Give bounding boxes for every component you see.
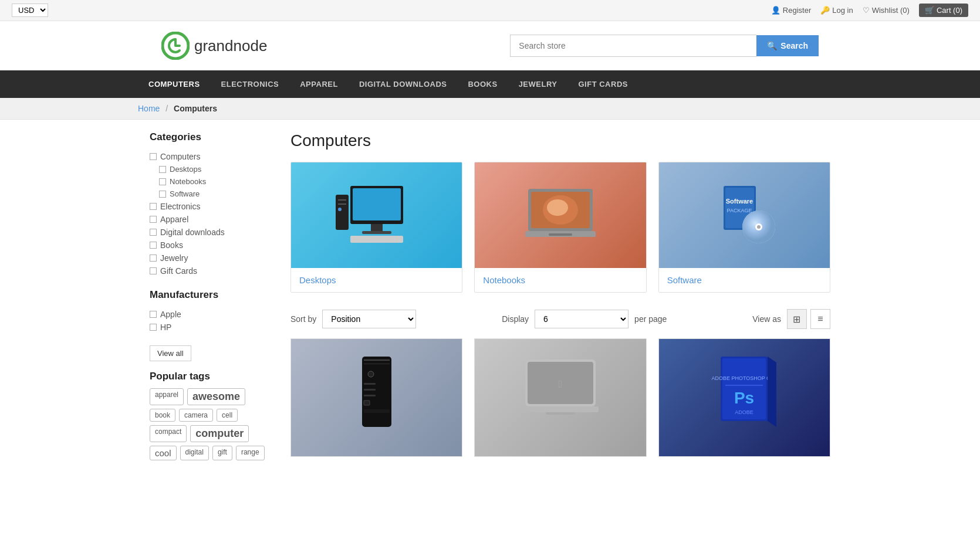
svg-rect-6 [338, 199, 346, 201]
search-bar: 🔍 Search [510, 35, 819, 57]
display-section: Display 3 6 9 12 per page [502, 310, 667, 328]
tag-awesome[interactable]: awesome [187, 388, 245, 405]
sidebar-item-books[interactable]: Books [150, 239, 273, 252]
page-title: Computers [290, 131, 830, 150]
product-card-photoshop[interactable]: ADOBE PHOTOSHOP CS4 Ps ADOBE [658, 338, 830, 457]
svg-marker-44 [768, 357, 776, 427]
sidebar-item-software[interactable]: Software [150, 188, 273, 200]
nav-item-books[interactable]: BOOKS [457, 70, 508, 98]
sidebar-item-electronics[interactable]: Electronics [150, 200, 273, 213]
product-card-apple-laptop[interactable]:  [474, 338, 646, 457]
main-content: Categories Computers Desktops Notebooks … [138, 131, 842, 460]
popular-tags-heading: Popular tags [150, 371, 273, 382]
category-card-software[interactable]: Software PACKAGE [658, 162, 830, 293]
tag-apparel[interactable]: apparel [150, 388, 184, 405]
svg-text:ADOBE: ADOBE [735, 409, 754, 415]
nav-item-computers[interactable]: COMPUTERS [138, 70, 211, 98]
sidebar-item-computers[interactable]: Computers [150, 150, 273, 163]
tag-gift[interactable]: gift [212, 446, 232, 460]
categories-heading: Categories [150, 131, 273, 143]
search-input[interactable] [510, 35, 756, 57]
tag-computer[interactable]: computer [190, 425, 249, 442]
checkbox-icon [150, 242, 157, 249]
svg-text:ADOBE PHOTOSHOP CS4: ADOBE PHOTOSHOP CS4 [712, 375, 777, 381]
currency-section[interactable]: USD [12, 4, 48, 17]
svg-rect-26 [364, 364, 390, 364]
svg-point-27 [368, 371, 374, 377]
breadcrumb-current: Computers [174, 104, 217, 113]
category-card-notebooks[interactable]: Notebooks [474, 162, 646, 293]
display-label: Display [502, 314, 529, 324]
checkbox-icon [150, 267, 157, 274]
sidebar-item-apparel[interactable]: Apparel [150, 213, 273, 226]
category-label-notebooks: Notebooks [475, 268, 646, 292]
checkbox-icon [159, 178, 166, 185]
register-link[interactable]: 👤 Register [771, 6, 811, 15]
svg-rect-2 [353, 188, 401, 220]
manufacturers-list: Apple HP [150, 308, 273, 334]
view-as-label: View as [752, 314, 781, 324]
svg-text:PACKAGE: PACKAGE [727, 208, 752, 213]
checkbox-icon [150, 153, 157, 160]
sidebar-item-desktops[interactable]: Desktops [150, 163, 273, 175]
svg-rect-41 [725, 385, 763, 386]
svg-rect-28 [364, 383, 376, 385]
cart-link[interactable]: 🛒 Cart (0) [919, 4, 968, 17]
svg-point-8 [338, 208, 342, 211]
logo-text: grandnode [194, 37, 267, 55]
breadcrumb: Home / Computers [138, 104, 842, 113]
login-link[interactable]: 🔑 Log in [820, 6, 853, 15]
sort-section: Sort by Position Name Price [290, 310, 416, 328]
manufacturers-heading: Manufacturers [150, 289, 273, 301]
tag-camera[interactable]: camera [179, 409, 213, 422]
product-grid:  ADOBE PHOTOSHOP CS4 P [290, 338, 830, 457]
svg-rect-3 [371, 224, 383, 231]
checkbox-icon [150, 311, 157, 318]
nav-item-jewelry[interactable]: JEWELRY [508, 70, 568, 98]
categories-list: Computers Desktops Notebooks Software El… [150, 150, 273, 277]
checkbox-icon [150, 255, 157, 262]
category-card-desktops[interactable]: Desktops [290, 162, 462, 293]
tag-cell[interactable]: cell [217, 409, 238, 422]
currency-select[interactable]: USD [12, 4, 48, 17]
nav-item-apparel[interactable]: APPAREL [289, 70, 349, 98]
nav-item-digital-downloads[interactable]: DIGITAL DOWNLOADS [349, 70, 458, 98]
tag-range[interactable]: range [236, 446, 265, 460]
tag-book[interactable]: book [150, 409, 175, 422]
checkbox-icon [159, 166, 166, 173]
search-icon: 🔍 [767, 41, 777, 50]
tag-cool[interactable]: cool [150, 446, 177, 460]
breadcrumb-home[interactable]: Home [138, 104, 160, 113]
sidebar-item-jewelry[interactable]: Jewelry [150, 252, 273, 264]
tag-compact[interactable]: compact [150, 425, 187, 442]
sort-by-select[interactable]: Position Name Price [322, 310, 416, 328]
view-all-button[interactable]: View all [150, 345, 191, 361]
header: grandnode 🔍 Search [150, 21, 830, 70]
sidebar-item-digital-downloads[interactable]: Digital downloads [150, 226, 273, 239]
svg-rect-30 [364, 395, 376, 396]
search-button[interactable]: 🔍 Search [756, 35, 819, 56]
nav-item-gift-cards[interactable]: GIFT CARDS [568, 70, 638, 98]
sidebar-item-apple[interactable]: Apple [150, 308, 273, 321]
software-illustration: Software PACKAGE [697, 177, 791, 253]
per-page-label: per page [634, 314, 667, 324]
sidebar-item-hp[interactable]: HP [150, 321, 273, 334]
svg-rect-15 [549, 233, 572, 236]
display-select[interactable]: 3 6 9 12 [535, 310, 628, 328]
grid-view-button[interactable]: ⊞ [787, 309, 807, 329]
wishlist-link[interactable]: ♡ Wishlist (0) [863, 6, 910, 15]
checkbox-icon [159, 191, 166, 198]
svg-rect-36 [522, 406, 599, 412]
sidebar-item-notebooks[interactable]: Notebooks [150, 175, 273, 188]
product-card-tower[interactable] [290, 338, 462, 457]
breadcrumb-separator: / [165, 104, 168, 113]
sidebar-item-gift-cards[interactable]: Gift Cards [150, 264, 273, 277]
apple-laptop-illustration:  [513, 345, 607, 450]
logo[interactable]: grandnode [161, 32, 267, 60]
list-view-button[interactable]: ≡ [810, 309, 830, 329]
tag-digital[interactable]: digital [180, 446, 209, 460]
svg-point-13 [547, 199, 568, 216]
user-icon: 👤 [771, 6, 780, 15]
nav-item-electronics[interactable]: ELECTRONICS [211, 70, 290, 98]
svg-rect-32 [364, 409, 390, 413]
